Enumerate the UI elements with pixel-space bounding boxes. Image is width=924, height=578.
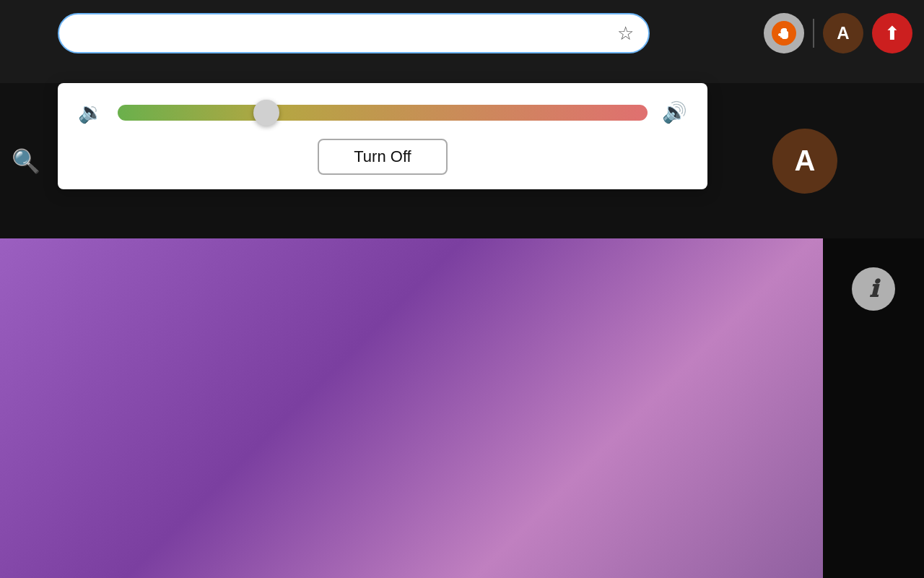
avatar-large-letter: A xyxy=(795,144,816,177)
turn-off-button[interactable]: Turn Off xyxy=(318,139,447,175)
divider xyxy=(813,19,814,48)
top-bar-right: A ⬆ xyxy=(764,13,912,53)
content-area: ℹ xyxy=(0,238,924,578)
purple-background xyxy=(0,238,823,578)
upload-button[interactable]: ⬆ xyxy=(872,13,912,53)
volume-controls-row: 🔉 🔊 xyxy=(78,100,687,124)
top-bar: ☆ A ⬆ xyxy=(0,0,924,83)
volume-low-icon[interactable]: 🔉 xyxy=(78,100,103,124)
bookmark-icon[interactable]: ☆ xyxy=(617,22,634,45)
user-avatar-large[interactable]: A xyxy=(772,129,837,194)
info-button[interactable]: ℹ xyxy=(852,267,895,311)
volume-popup: 🔉 🔊 Turn Off xyxy=(58,83,707,189)
volume-high-icon[interactable]: 🔊 xyxy=(662,100,687,124)
info-icon-symbol: ℹ xyxy=(869,275,878,303)
url-bar[interactable]: ☆ xyxy=(58,13,650,53)
grooveshark-logo xyxy=(772,21,796,46)
search-icon[interactable]: 🔍 xyxy=(12,147,40,175)
dark-sidebar: ℹ xyxy=(823,238,924,578)
avatar-letter: A xyxy=(837,23,849,43)
volume-slider-thumb[interactable] xyxy=(253,100,279,126)
user-avatar-button[interactable]: A xyxy=(823,13,863,53)
upload-icon: ⬆ xyxy=(884,22,900,45)
volume-slider-track[interactable] xyxy=(118,105,648,121)
hand-icon xyxy=(776,25,792,41)
extension-icon-grooveshark[interactable] xyxy=(764,13,804,53)
